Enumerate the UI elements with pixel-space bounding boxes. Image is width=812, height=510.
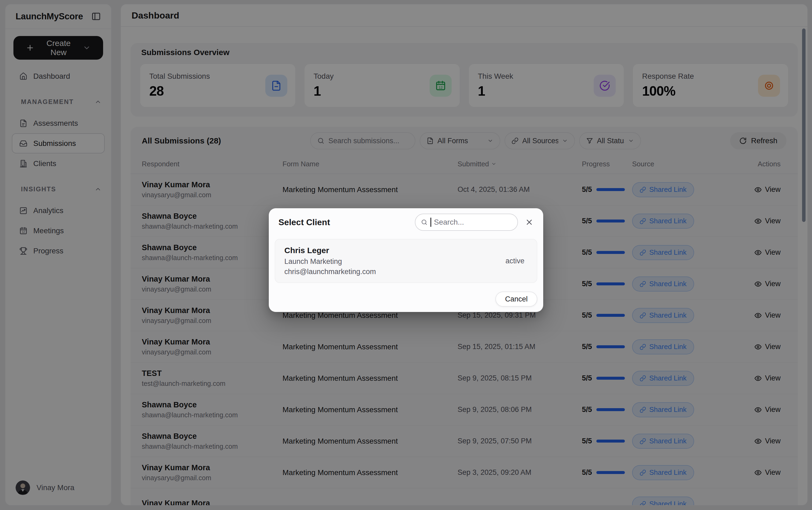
select-client-modal: Select Client Chris Leger Launch Marketi… (269, 208, 543, 312)
client-option[interactable]: Chris Leger Launch Marketing chris@launc… (275, 239, 537, 283)
text-cursor (430, 218, 431, 227)
modal-footer: Cancel (275, 291, 537, 307)
client-name: Chris Leger (284, 246, 376, 255)
client-search-input[interactable] (434, 218, 512, 227)
client-company: Launch Marketing (284, 257, 376, 266)
client-email: chris@launchmarketing.com (284, 267, 376, 276)
modal-header: Select Client (275, 208, 537, 231)
client-info: Chris Leger Launch Marketing chris@launc… (284, 246, 376, 276)
close-icon (525, 218, 534, 227)
close-button[interactable] (525, 218, 534, 227)
modal-title: Select Client (278, 217, 330, 227)
client-search[interactable] (415, 214, 518, 231)
cancel-button[interactable]: Cancel (495, 291, 537, 307)
client-status-badge: active (505, 257, 528, 265)
search-icon (421, 219, 428, 226)
